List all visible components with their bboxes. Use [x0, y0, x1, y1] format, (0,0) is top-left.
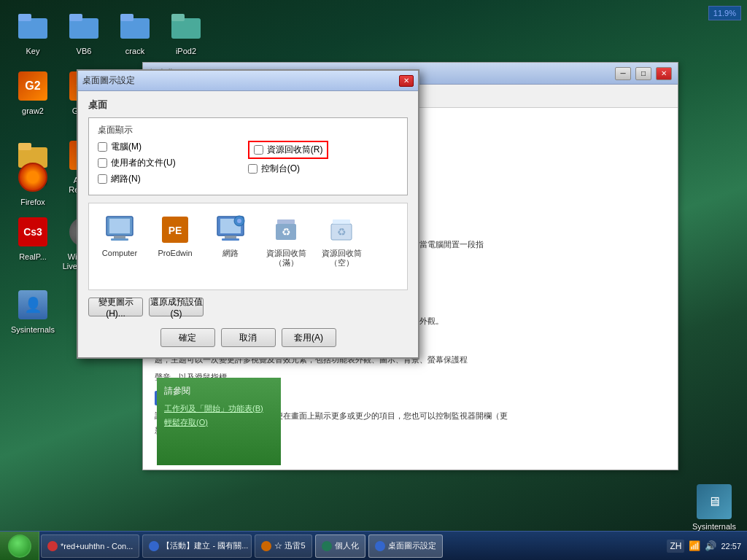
windows-live-icon: 👤: [15, 287, 50, 322]
dialog-icon-network-label: 網路: [222, 249, 239, 258]
svg-rect-12: [114, 236, 125, 238]
start-button[interactable]: [0, 532, 39, 561]
desktop-icon-graw2[interactable]: G2 graw2: [7, 66, 58, 119]
key-icon-label: Key: [26, 47, 40, 56]
taskbar-item-4-label: 桌面圖示設定: [388, 540, 436, 551]
cpu-value: 11.9%: [713, 9, 736, 18]
svg-rect-4: [120, 18, 150, 39]
main-window-maximize-button[interactable]: □: [635, 67, 651, 80]
svg-rect-19: [222, 238, 239, 241]
svg-rect-26: [333, 219, 350, 224]
dialog-section-title: 桌面: [88, 98, 408, 112]
dialog-icon-computer-label: Computer: [102, 249, 137, 258]
dialog-icon-network[interactable]: 網路: [206, 209, 255, 284]
taskbar-item-4-icon: [375, 541, 385, 551]
taskbar-item-0[interactable]: *red+uuhthn - Con...: [41, 534, 139, 558]
sysinternals-icon: 🖥: [697, 484, 732, 519]
cpu-indicator: 11.9%: [708, 6, 741, 20]
network-icon: [213, 212, 248, 247]
green-panel-link-access[interactable]: 輕鬆存取(O): [164, 417, 274, 428]
desktop-icon-key[interactable]: Key: [7, 6, 58, 59]
taskbar-item-3-icon: [322, 541, 332, 551]
graw2-icon: G2: [15, 69, 50, 104]
checkbox-network-input[interactable]: [98, 174, 107, 184]
svg-rect-3: [69, 14, 82, 21]
dialog-icon-proedwin[interactable]: PE ProEdwin: [150, 209, 200, 284]
checkbox-recycle-label: 資源回收筒(R): [267, 144, 323, 156]
taskbar-item-0-icon: [47, 541, 58, 551]
desktop-icon-vb6[interactable]: VB6: [58, 6, 109, 59]
dialog-desktop-group: 桌面顯示 電腦(M) 使用者的文件(U): [88, 117, 408, 195]
checkbox-control-panel-label: 控制台(O): [261, 163, 300, 175]
recycle-full-icon: ♻: [268, 212, 303, 247]
windows-orb-icon: [8, 534, 31, 558]
checkbox-computer-input[interactable]: [98, 142, 107, 152]
svg-rect-18: [225, 236, 236, 238]
change-icon-button[interactable]: 變更圖示(H)...: [88, 298, 143, 316]
dialog-group-title: 桌面顯示: [98, 124, 398, 136]
apply-button[interactable]: 套用(A): [282, 328, 336, 347]
crack-icon: [117, 9, 152, 44]
desktop-icon-ipod2[interactable]: iPod2: [160, 6, 212, 59]
checkbox-network: 網路(N): [98, 173, 242, 185]
green-panel-title: 請參閱: [164, 385, 274, 397]
checkbox-user-docs-label: 使用者的文件(U): [111, 157, 176, 169]
recycle-empty-icon: ♻: [324, 212, 359, 247]
dialog-icon-recycle-empty[interactable]: ♻ 資源回收筒（空）: [317, 209, 366, 284]
svg-rect-13: [111, 238, 128, 241]
main-window-minimize-button[interactable]: ─: [615, 67, 631, 80]
dialog-icon-recycle-full[interactable]: ♻ 資源回收筒（滿）: [261, 209, 311, 284]
taskbar-item-1-icon: [149, 541, 159, 551]
desktop-icon-crack[interactable]: crack: [109, 6, 160, 59]
icons-grid: Computer PE ProEdwin: [88, 203, 408, 290]
dialog-icon-computer[interactable]: Computer: [95, 209, 144, 284]
checkbox-user-docs-input[interactable]: [98, 158, 107, 168]
svg-text:♻: ♻: [282, 226, 291, 238]
desktop-icon-firefox[interactable]: Firefox: [7, 157, 58, 210]
checkbox-computer: 電腦(M): [98, 141, 242, 153]
svg-text:PE: PE: [169, 225, 182, 236]
dialog-action-buttons: 確定 取消 套用(A): [88, 324, 408, 350]
green-panel-link-taskbar[interactable]: 工作列及「開始」功能表(B): [164, 403, 274, 414]
taskbar-network-icon: 📶: [689, 540, 700, 551]
checkbox-recycle-input[interactable]: [254, 145, 263, 155]
checkbox-network-label: 網路(N): [111, 173, 141, 185]
green-panel: 請參閱 工作列及「開始」功能表(B) 輕鬆存取(O): [157, 378, 281, 465]
proedwin-icon: PE: [158, 212, 193, 247]
svg-rect-0: [18, 18, 47, 39]
taskbar-item-3-label: 個人化: [335, 540, 359, 551]
vb6-icon: [66, 9, 101, 44]
main-window-close-button[interactable]: ✕: [656, 67, 672, 80]
restore-default-button[interactable]: 還原成預設值(S): [149, 298, 204, 316]
taskbar-item-1[interactable]: 【活動】建立 - 國有關...: [142, 534, 252, 558]
taskbar-item-4[interactable]: 桌面圖示設定: [368, 534, 443, 558]
dialog-icon-recycle-empty-label: 資源回收筒（空）: [320, 249, 363, 268]
graw2-icon-label: graw2: [22, 106, 44, 116]
dialog-close-button[interactable]: ✕: [399, 75, 414, 87]
taskbar: *red+uuhthn - Con... 【活動】建立 - 國有關... ☆ 迅…: [0, 531, 747, 560]
checkboxes-left: 電腦(M) 使用者的文件(U) 網路(N): [98, 141, 242, 189]
desktop-icon-sysinternals[interactable]: 🖥 Sysinternals: [689, 481, 740, 534]
svg-rect-5: [120, 14, 133, 21]
checkbox-recycle-highlighted: 資源回收筒(R): [248, 141, 329, 159]
svg-rect-7: [171, 14, 185, 21]
ok-button[interactable]: 確定: [160, 328, 215, 347]
taskbar-item-2[interactable]: ☆ 迅雷5: [255, 534, 311, 558]
svg-rect-23: [277, 219, 295, 224]
desktop-icon-adobe-cs3[interactable]: Cs3 RealP...: [7, 211, 58, 265]
firefox-icon-label: Firefox: [20, 198, 45, 207]
svg-rect-11: [109, 219, 130, 233]
lang-indicator[interactable]: ZH: [667, 540, 684, 553]
taskbar-volume-icon[interactable]: 🔊: [705, 540, 716, 551]
checkbox-control-panel-input[interactable]: [248, 164, 258, 174]
taskbar-item-3[interactable]: 個人化: [315, 534, 365, 558]
svg-text:♻: ♻: [337, 226, 347, 238]
svg-rect-2: [69, 18, 98, 39]
svg-rect-1: [18, 14, 31, 21]
svg-rect-9: [18, 143, 31, 150]
desktop-icon-windows-live[interactable]: 👤 Sysinternals: [7, 284, 58, 338]
desktop: 11.9% Key VB6 crack iPod2 G2 graw2: [0, 0, 747, 560]
checkbox-control-panel: 控制台(O): [248, 163, 392, 175]
dialog-body: 桌面 桌面顯示 電腦(M) 使用者的文件(U): [78, 91, 418, 357]
cancel-button[interactable]: 取消: [221, 328, 276, 347]
